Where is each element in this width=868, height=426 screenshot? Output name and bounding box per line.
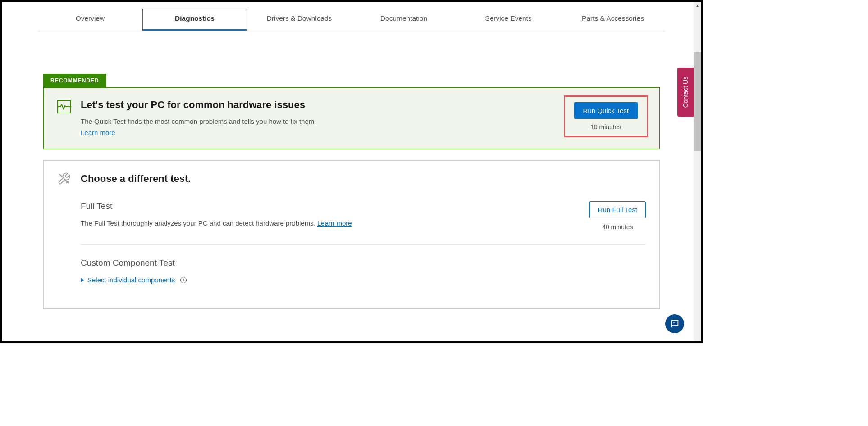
select-components-link[interactable]: Select individual components ! [81,276,646,284]
run-full-test-button[interactable]: Run Full Test [589,201,646,218]
svg-point-2 [676,322,676,323]
different-test-card: Choose a different test. Full Test The F… [43,160,660,309]
chat-fab-button[interactable] [665,314,684,333]
recommended-card: Let's test your PC for common hardware i… [43,87,660,149]
quick-test-learn-more-link[interactable]: Learn more [81,129,115,136]
custom-test-title: Custom Component Test [81,258,646,268]
different-test-title: Choose a different test. [81,173,191,185]
tab-parts-accessories[interactable]: Parts & Accessories [561,9,665,31]
quick-test-action-highlight: Run Quick Test 10 minutes [564,95,648,137]
quick-test-duration: 10 minutes [574,123,638,131]
full-test-duration: 40 minutes [589,223,646,231]
info-icon[interactable]: ! [180,277,187,283]
tab-documentation[interactable]: Documentation [352,9,456,31]
tab-service-events[interactable]: Service Events [456,9,561,31]
full-test-learn-more-link[interactable]: Learn more [317,219,352,227]
triangle-right-icon [81,278,84,282]
full-test-description: The Full Test thoroughly analyzes your P… [81,219,317,227]
run-quick-test-button[interactable]: Run Quick Test [574,102,638,119]
full-test-title: Full Test [81,201,352,211]
select-components-label: Select individual components [87,276,175,284]
heartbeat-icon [57,100,71,113]
svg-point-0 [673,322,674,323]
recommended-badge: RECOMMENDED [43,74,106,87]
quick-test-description: The Quick Test finds the most common pro… [81,118,316,125]
tabs-nav: Overview Diagnostics Drivers & Downloads… [38,2,665,31]
quick-test-title: Let's test your PC for common hardware i… [81,99,316,111]
tools-icon [57,172,71,186]
contact-us-tab[interactable]: Contact Us [677,68,694,117]
tab-drivers-downloads[interactable]: Drivers & Downloads [247,9,352,31]
chat-icon [670,319,680,329]
svg-point-1 [674,322,675,323]
tab-diagnostics[interactable]: Diagnostics [142,9,247,31]
tab-overview[interactable]: Overview [38,9,142,31]
